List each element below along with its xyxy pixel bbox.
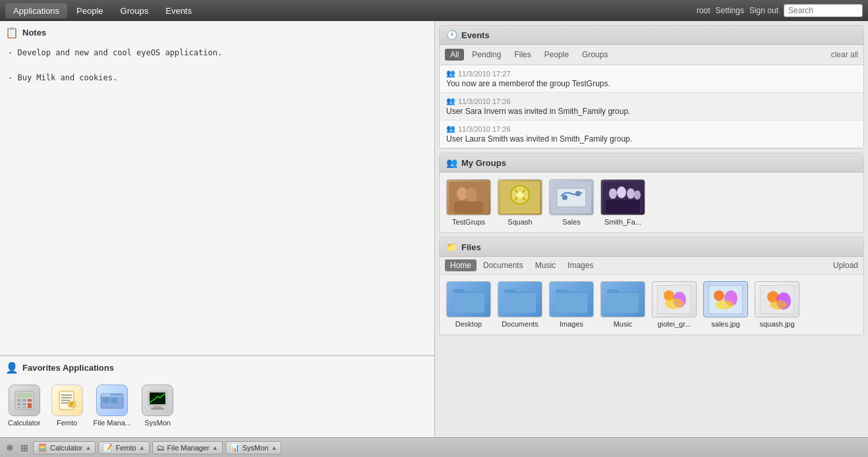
taskbar-calculator-label: Calculator — [50, 444, 83, 452]
squash-thumb — [755, 281, 799, 317]
femto-label: Femto — [57, 419, 77, 427]
filemanager-label: File Mana... — [94, 419, 131, 427]
file-squash[interactable]: squash.jpg — [755, 281, 799, 328]
file-sales[interactable]: sales.jpg — [703, 281, 748, 328]
groups-section: 👥 My Groups TestGrups — [439, 153, 864, 233]
group-thumb-smithfamily — [600, 179, 645, 215]
svg-point-53 — [715, 300, 734, 309]
filemanager-icon — [96, 385, 128, 416]
svg-rect-1 — [17, 393, 32, 398]
taskbar-window-button[interactable]: ⊞ — [18, 441, 30, 455]
clock-icon: 🕐 — [446, 30, 457, 40]
svg-point-44 — [634, 190, 641, 200]
file-giotei[interactable]: giotei_gr... — [652, 281, 697, 328]
desktop-label: Desktop — [455, 320, 482, 328]
events-tab-pending[interactable]: Pending — [467, 49, 506, 61]
group-thumb-sales — [549, 179, 594, 215]
taskbar-sysmon-icon: 📊 — [230, 443, 240, 452]
taskbar-filemanager-icon: 🗂 — [157, 443, 165, 452]
files-tab-images[interactable]: Images — [562, 259, 598, 271]
menu-item-events[interactable]: Events — [158, 3, 200, 18]
search-input[interactable] — [784, 4, 863, 17]
files-title: Files — [461, 242, 481, 252]
notes-textarea[interactable]: - Develop and new and cool eyeOS applica… — [5, 44, 429, 123]
svg-point-38 — [562, 195, 567, 200]
file-desktop[interactable]: Desktop — [446, 281, 491, 328]
giotei-label: giotei_gr... — [658, 320, 691, 328]
file-images[interactable]: Images — [549, 281, 594, 328]
events-tab-files[interactable]: Files — [509, 49, 536, 61]
events-header: 🕐 Events — [440, 26, 863, 45]
upload-button[interactable]: Upload — [833, 261, 858, 270]
sysmon-label: SysMon — [144, 419, 171, 427]
files-tab-music[interactable]: Music — [530, 259, 561, 271]
svg-rect-6 — [22, 403, 26, 406]
app-sysmon[interactable]: SysMon — [142, 385, 173, 427]
group-smithfamily[interactable]: Smith_Fa... — [600, 179, 645, 226]
taskbar-apps: 🧮 Calculator ▲ 📝 Femto ▲ 🗂 File Manager … — [33, 441, 281, 454]
left-panel: 📋 Notes - Develop and new and cool eyeOS… — [0, 21, 435, 437]
groups-icon: 👥 — [446, 157, 457, 168]
taskbar-start-button[interactable]: ❄ — [4, 441, 16, 455]
images-folder-icon — [549, 281, 594, 317]
group-squash[interactable]: Squash — [498, 179, 542, 226]
group-sales[interactable]: Sales — [549, 179, 594, 226]
events-tab-all[interactable]: All — [445, 49, 464, 61]
desktop-folder-icon — [446, 281, 491, 317]
menu-item-people[interactable]: People — [69, 3, 111, 18]
svg-point-57 — [770, 300, 787, 309]
group-thumb-squash — [498, 179, 542, 215]
svg-point-43 — [627, 188, 635, 199]
sales-label: sales.jpg — [711, 320, 739, 328]
svg-point-41 — [609, 188, 617, 199]
event-item-1: 👥 11/3/2010 17:27 You now are a memberof… — [440, 65, 863, 93]
svg-rect-7 — [28, 403, 32, 408]
notes-icon: 📋 — [5, 26, 18, 39]
group-testgrups[interactable]: TestGrups — [446, 179, 491, 226]
signout-link[interactable]: Sign out — [749, 6, 778, 15]
taskbar-sysmon[interactable]: 📊 SysMon ▲ — [225, 441, 282, 454]
group-label-squash: Squash — [507, 218, 532, 226]
taskbar-calculator-icon: 🧮 — [38, 443, 47, 452]
settings-link[interactable]: Settings — [716, 6, 744, 15]
app-calculator[interactable]: Calculator — [8, 385, 41, 427]
clear-all-button[interactable]: clear all — [831, 50, 858, 59]
svg-rect-9 — [22, 407, 26, 408]
svg-point-29 — [476, 188, 485, 200]
favorites-header: 👤 Favorites Applications — [5, 362, 429, 374]
app-femto[interactable]: Femto — [51, 385, 83, 427]
favorites-title: Favorites Applications — [22, 363, 114, 373]
app-filemanager[interactable]: File Mana... — [94, 385, 131, 427]
documents-label: Documents — [502, 320, 538, 328]
svg-rect-30 — [454, 202, 483, 213]
favorites-icon: 👤 — [5, 362, 18, 374]
files-tabs: Home Documents Music Images Upload — [440, 257, 863, 275]
files-section: 📁 Files Home Documents Music Images Uplo… — [439, 237, 864, 335]
svg-rect-45 — [606, 200, 640, 213]
groups-title: My Groups — [461, 158, 506, 168]
taskbar-femto[interactable]: 📝 Femto ▲ — [98, 441, 149, 454]
menu-item-applications[interactable]: Applications — [5, 3, 67, 18]
event-date-3: 👥 11/3/2010 17:26 — [446, 124, 857, 133]
giotei-thumb — [652, 281, 697, 317]
files-tab-home[interactable]: Home — [445, 259, 477, 271]
file-music[interactable]: Music — [600, 281, 645, 328]
files-tab-documents[interactable]: Documents — [478, 259, 529, 271]
events-tab-groups[interactable]: Groups — [577, 49, 613, 61]
menu-bar: Applications People Groups Events root S… — [0, 0, 868, 21]
taskbar-filemanager-label: File Manager — [167, 444, 210, 452]
sysmon-icon — [142, 385, 173, 416]
taskbar-femto-icon: 📝 — [103, 443, 113, 452]
event-msg-3: User Laura Smith was invited in Smith_Fa… — [446, 134, 857, 144]
taskbar-calculator[interactable]: 🧮 Calculator ▲ — [33, 441, 96, 454]
menu-item-groups[interactable]: Groups — [113, 3, 157, 18]
events-tab-people[interactable]: People — [539, 49, 574, 61]
svg-point-35 — [517, 192, 523, 198]
svg-rect-2 — [17, 399, 21, 402]
events-tabs: All Pending Files People Groups clear al… — [440, 45, 863, 65]
file-documents[interactable]: Documents — [498, 281, 542, 328]
files-icons: Desktop Documents — [440, 275, 863, 335]
svg-rect-25 — [151, 408, 164, 410]
event-item-3: 👥 11/3/2010 17:26 User Laura Smith was i… — [440, 121, 863, 148]
taskbar-filemanager[interactable]: 🗂 File Manager ▲ — [152, 441, 223, 454]
